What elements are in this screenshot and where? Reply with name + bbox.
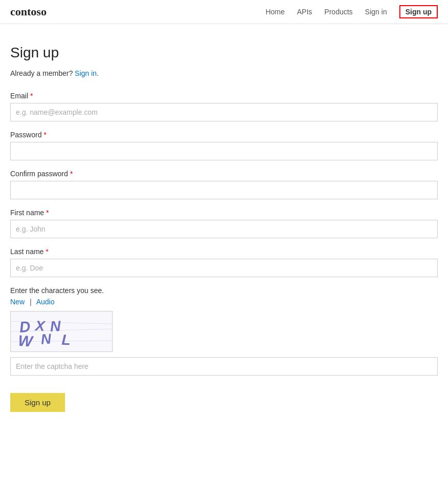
first-name-required: *	[46, 209, 49, 217]
nav-signup[interactable]: Sign up	[399, 5, 438, 18]
page-title: Sign up	[10, 45, 438, 61]
captcha-image: D X N W N L	[10, 311, 113, 352]
svg-text:N: N	[50, 318, 62, 335]
svg-text:N: N	[40, 330, 52, 347]
captcha-links: New | Audio	[10, 298, 438, 306]
svg-text:W: W	[17, 332, 34, 350]
captcha-section: Enter the characters you see. New | Audi…	[10, 286, 438, 376]
email-input[interactable]	[10, 103, 438, 121]
first-name-group: First name *	[10, 209, 438, 238]
email-required: *	[30, 92, 33, 100]
captcha-new-link[interactable]: New	[10, 298, 25, 306]
last-name-group: Last name *	[10, 247, 438, 277]
email-group: Email *	[10, 92, 438, 121]
confirm-password-required: *	[70, 170, 73, 178]
first-name-label: First name *	[10, 209, 438, 217]
last-name-label: Last name *	[10, 247, 438, 256]
captcha-svg: D X N W N L	[11, 311, 112, 352]
password-label: Password *	[10, 131, 438, 139]
email-label: Email *	[10, 92, 438, 100]
site-logo: contoso	[10, 5, 47, 18]
svg-text:L: L	[61, 331, 71, 348]
main-nav: Home APIs Products Sign in Sign up	[266, 5, 438, 18]
first-name-input[interactable]	[10, 220, 438, 238]
confirm-password-group: Confirm password *	[10, 170, 438, 199]
last-name-required: *	[46, 247, 48, 256]
nav-products[interactable]: Products	[325, 8, 353, 16]
nav-apis[interactable]: APIs	[297, 8, 312, 16]
captcha-input[interactable]	[10, 357, 438, 376]
confirm-password-input[interactable]	[10, 181, 438, 199]
password-input[interactable]	[10, 142, 438, 160]
main-content: Sign up Already a member? Sign in. Email…	[0, 24, 448, 432]
nav-home[interactable]: Home	[266, 8, 285, 16]
signup-button[interactable]: Sign up	[10, 393, 65, 412]
last-name-input[interactable]	[10, 259, 438, 277]
captcha-separator: |	[30, 298, 32, 306]
captcha-instruction: Enter the characters you see.	[10, 286, 438, 295]
captcha-audio-link[interactable]: Audio	[36, 298, 55, 306]
signin-link[interactable]: Sign in	[75, 69, 97, 77]
password-group: Password *	[10, 131, 438, 160]
password-required: *	[44, 131, 46, 139]
site-header: contoso Home APIs Products Sign in Sign …	[0, 0, 448, 24]
confirm-password-label: Confirm password *	[10, 170, 438, 178]
already-member-text: Already a member? Sign in.	[10, 69, 438, 77]
nav-signin[interactable]: Sign in	[365, 8, 387, 16]
